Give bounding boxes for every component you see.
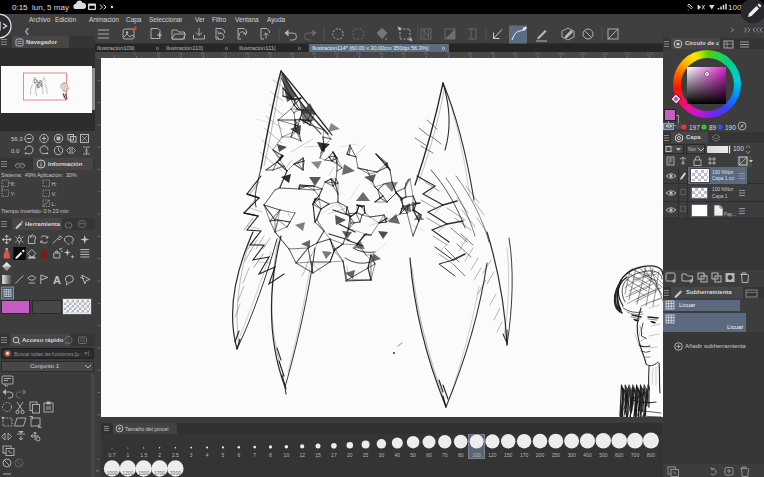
svg-text:56.3: 56.3 bbox=[11, 136, 23, 142]
svg-text:30: 30 bbox=[245, 51, 250, 56]
svg-text:40: 40 bbox=[395, 452, 401, 458]
svg-text:60: 60 bbox=[379, 51, 384, 56]
svg-text:115: 115 bbox=[624, 51, 631, 56]
svg-text:150: 150 bbox=[504, 452, 513, 458]
svg-text:80: 80 bbox=[468, 51, 473, 56]
svg-text:40: 40 bbox=[290, 51, 295, 56]
svg-text:H:: H: bbox=[52, 181, 58, 187]
svg-text:120: 120 bbox=[647, 51, 654, 56]
svg-text:1700: 1700 bbox=[154, 470, 165, 476]
svg-text:170: 170 bbox=[520, 452, 529, 458]
svg-text:10: 10 bbox=[156, 51, 161, 56]
svg-text:3: 3 bbox=[190, 452, 193, 458]
svg-text:15: 15 bbox=[178, 51, 183, 56]
svg-text:10: 10 bbox=[284, 452, 290, 458]
svg-text:1.5: 1.5 bbox=[140, 452, 147, 458]
svg-text:600: 600 bbox=[615, 452, 624, 458]
svg-text:20: 20 bbox=[347, 452, 353, 458]
svg-text:X:: X: bbox=[11, 181, 17, 187]
svg-text:6: 6 bbox=[237, 452, 240, 458]
svg-text:8: 8 bbox=[269, 452, 272, 458]
svg-text:25: 25 bbox=[223, 51, 228, 56]
svg-text:89: 89 bbox=[709, 123, 717, 130]
svg-text:300: 300 bbox=[567, 452, 576, 458]
svg-text:60: 60 bbox=[426, 452, 432, 458]
svg-text:2: 2 bbox=[158, 452, 161, 458]
svg-text:50: 50 bbox=[410, 452, 416, 458]
svg-text:190: 190 bbox=[725, 123, 736, 130]
svg-text:50: 50 bbox=[334, 51, 339, 56]
svg-text:V:: V: bbox=[52, 191, 57, 197]
svg-text:75: 75 bbox=[446, 51, 451, 56]
svg-text:1500: 1500 bbox=[138, 470, 149, 476]
svg-text:70: 70 bbox=[424, 51, 429, 56]
svg-text:110: 110 bbox=[602, 51, 609, 56]
svg-text:100: 100 bbox=[557, 51, 564, 56]
svg-text:17: 17 bbox=[331, 452, 337, 458]
svg-text:7: 7 bbox=[253, 452, 256, 458]
svg-text:20: 20 bbox=[201, 51, 206, 56]
svg-text:90: 90 bbox=[513, 51, 518, 56]
svg-text:45: 45 bbox=[312, 51, 317, 56]
svg-text:4: 4 bbox=[206, 452, 209, 458]
svg-text:2.5: 2.5 bbox=[172, 452, 179, 458]
svg-text:120: 120 bbox=[488, 452, 497, 458]
svg-text:L:: L: bbox=[52, 201, 57, 207]
svg-text:1000: 1000 bbox=[106, 470, 117, 476]
svg-text:500: 500 bbox=[599, 452, 608, 458]
svg-text:25: 25 bbox=[363, 452, 369, 458]
svg-text:0.7: 0.7 bbox=[109, 452, 116, 458]
svg-text:400: 400 bbox=[583, 452, 592, 458]
svg-text:100: 100 bbox=[472, 452, 481, 458]
svg-text:95: 95 bbox=[535, 51, 540, 56]
svg-text:105: 105 bbox=[580, 51, 587, 56]
svg-text:1: 1 bbox=[126, 452, 129, 458]
svg-text:1200: 1200 bbox=[122, 470, 133, 476]
svg-text:197: 197 bbox=[689, 123, 700, 130]
svg-text:65: 65 bbox=[401, 51, 406, 56]
svg-text:30: 30 bbox=[379, 452, 385, 458]
svg-text:12: 12 bbox=[299, 452, 305, 458]
svg-text:85: 85 bbox=[490, 51, 495, 56]
svg-text:2000: 2000 bbox=[170, 470, 181, 476]
svg-text:55: 55 bbox=[357, 51, 362, 56]
svg-text:800: 800 bbox=[647, 452, 656, 458]
svg-text:0.0: 0.0 bbox=[11, 148, 20, 154]
svg-text:80: 80 bbox=[458, 452, 464, 458]
svg-text:A: A bbox=[53, 274, 61, 286]
svg-text:35: 35 bbox=[267, 51, 272, 56]
svg-text:5: 5 bbox=[134, 51, 137, 56]
svg-text:200: 200 bbox=[536, 452, 545, 458]
svg-text:70: 70 bbox=[442, 452, 448, 458]
svg-text:700: 700 bbox=[631, 452, 640, 458]
svg-text:250: 250 bbox=[552, 452, 561, 458]
svg-text:15: 15 bbox=[315, 452, 321, 458]
svg-text:5: 5 bbox=[222, 452, 225, 458]
svg-text:Y:: Y: bbox=[11, 191, 16, 197]
